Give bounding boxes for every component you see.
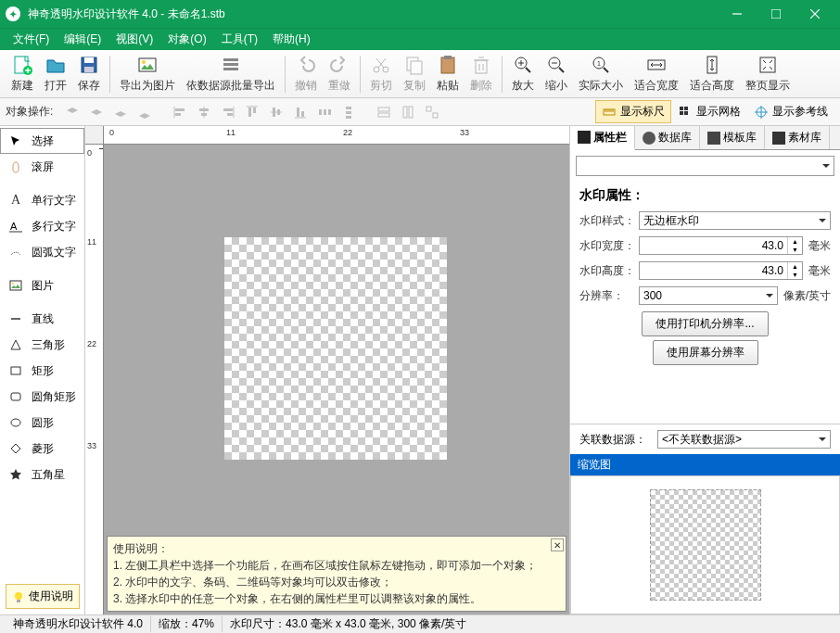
same-height-icon[interactable] — [397, 101, 419, 123]
artboard[interactable] — [224, 237, 447, 460]
svg-rect-13 — [223, 68, 238, 70]
tool-roundrect[interactable]: 圆角矩形 — [0, 384, 84, 410]
maximize-button[interactable] — [757, 0, 795, 28]
tool-rect[interactable]: 矩形 — [0, 358, 84, 384]
tool-image[interactable]: 图片 — [0, 272, 84, 298]
tool-text-single[interactable]: A单行文字 — [0, 187, 84, 213]
style-select[interactable]: 无边框水印 — [639, 211, 831, 230]
fit-page-button[interactable]: 整页显示 — [740, 52, 795, 96]
object-selector[interactable] — [576, 156, 834, 176]
export-batch-button[interactable]: 依数据源批量导出 — [181, 52, 281, 96]
align-right-icon[interactable] — [217, 101, 239, 123]
svg-rect-27 — [760, 57, 775, 72]
fit-height-button[interactable]: 适合高度 — [684, 52, 740, 96]
copy-button[interactable]: 复制 — [398, 52, 431, 96]
canvas[interactable]: ✕ 使用说明： 1. 左侧工具栏中选择一个功能后，在画布区域按住鼠标左键拖动，即… — [104, 145, 569, 614]
tab-assets[interactable]: 素材库 — [765, 126, 830, 149]
undo-button[interactable]: 撤销 — [289, 52, 323, 96]
zoom-in-button[interactable]: 放大 — [506, 52, 540, 96]
menu-object[interactable]: 对象(O) — [160, 29, 213, 50]
dpi-label: 分辨率： — [579, 288, 639, 304]
dpi-unit: 像素/英寸 — [783, 288, 831, 304]
width-input[interactable]: ▲▼ — [639, 236, 803, 255]
tool-text-multi[interactable]: A多行文字 — [0, 213, 84, 239]
svg-rect-54 — [403, 107, 407, 118]
svg-rect-35 — [223, 108, 233, 111]
tool-text-arc[interactable]: 圆弧文字 — [0, 239, 84, 265]
minimize-button[interactable] — [718, 0, 757, 28]
svg-rect-8 — [84, 67, 94, 72]
use-screen-dpi-button[interactable]: 使用屏幕分辨率 — [653, 340, 758, 365]
svg-rect-59 — [680, 107, 683, 110]
open-button[interactable]: 打开 — [39, 52, 72, 96]
svg-rect-38 — [248, 108, 251, 117]
align-middle-icon[interactable] — [265, 101, 287, 123]
close-button[interactable] — [795, 0, 834, 28]
same-size-icon[interactable] — [421, 101, 443, 123]
new-button[interactable]: 新建 — [6, 52, 39, 96]
delete-button[interactable]: 删除 — [465, 52, 498, 96]
actual-size-button[interactable]: 1实际大小 — [573, 52, 629, 96]
menu-help[interactable]: 帮助(H) — [265, 29, 318, 50]
tool-diamond[interactable]: 菱形 — [0, 436, 84, 462]
layer-up-icon[interactable] — [85, 101, 108, 123]
tool-star[interactable]: 五角星 — [0, 462, 84, 487]
svg-rect-46 — [319, 109, 322, 115]
align-center-h-icon[interactable] — [193, 101, 215, 123]
height-unit: 毫米 — [808, 263, 831, 279]
svg-rect-61 — [680, 111, 683, 115]
svg-rect-1 — [771, 9, 781, 19]
width-label: 水印宽度： — [579, 238, 639, 254]
tab-templates[interactable]: 模板库 — [700, 126, 765, 149]
tool-select[interactable]: 选择 — [0, 128, 84, 154]
svg-rect-11 — [223, 58, 238, 61]
layer-front-icon[interactable] — [61, 101, 83, 123]
app-icon: ✦ — [6, 6, 20, 21]
hint-button[interactable]: 使用说明 — [6, 584, 80, 609]
properties-section: 水印属性： 水印样式： 无边框水印 水印宽度： ▲▼ 毫米 水印高度： ▲▼ 毫… — [570, 182, 840, 374]
align-left-icon[interactable] — [169, 101, 191, 123]
assoc-select[interactable]: <不关联数据源> — [657, 430, 831, 449]
use-printer-dpi-button[interactable]: 使用打印机分辨率... — [642, 311, 768, 336]
align-bottom-icon[interactable] — [289, 101, 312, 123]
tool-triangle[interactable]: 三角形 — [0, 332, 84, 358]
layer-down-icon[interactable] — [109, 101, 132, 123]
dist-v-icon[interactable] — [337, 101, 360, 123]
menu-view[interactable]: 视图(V) — [108, 29, 160, 50]
svg-rect-55 — [409, 107, 413, 118]
toggle-guides[interactable]: 显示参考线 — [747, 100, 834, 123]
paste-button[interactable]: 粘贴 — [431, 52, 465, 96]
align-top-icon[interactable] — [241, 101, 263, 123]
tool-line[interactable]: 直线 — [0, 306, 84, 332]
same-width-icon[interactable] — [373, 101, 395, 123]
layer-back-icon[interactable] — [134, 101, 156, 123]
redo-button[interactable]: 重做 — [323, 52, 356, 96]
hint-close-icon[interactable]: ✕ — [551, 538, 564, 551]
tool-ellipse[interactable]: 圆形 — [0, 410, 84, 436]
fit-width-button[interactable]: 适合宽度 — [629, 52, 684, 96]
thumbnail-preview — [650, 489, 761, 601]
menu-file[interactable]: 文件(F) — [6, 29, 57, 50]
svg-rect-36 — [227, 113, 233, 116]
save-button[interactable]: 保存 — [72, 52, 106, 96]
tool-pan[interactable]: 滚屏 — [0, 154, 84, 180]
svg-rect-50 — [346, 111, 351, 114]
svg-rect-53 — [378, 113, 389, 117]
tab-properties[interactable]: 属性栏 — [570, 126, 635, 150]
right-panel: 属性栏 数据库 模板库 素材库 水印属性： 水印样式： 无边框水印 水印宽度： … — [569, 126, 840, 614]
svg-rect-48 — [328, 109, 331, 115]
tab-database[interactable]: 数据库 — [635, 126, 700, 149]
menu-edit[interactable]: 编辑(E) — [57, 29, 108, 50]
svg-rect-42 — [277, 109, 280, 115]
menu-tools[interactable]: 工具(T) — [214, 29, 265, 50]
toggle-grid[interactable]: 显示网格 — [671, 100, 747, 123]
dist-h-icon[interactable] — [313, 101, 336, 123]
svg-text:1: 1 — [597, 60, 601, 67]
height-input[interactable]: ▲▼ — [639, 261, 803, 280]
dpi-select[interactable]: 300 — [639, 286, 778, 305]
zoom-out-button[interactable]: 缩小 — [540, 52, 573, 96]
assoc-label: 关联数据源： — [579, 432, 657, 448]
cut-button[interactable]: 剪切 — [364, 52, 398, 96]
export-image-button[interactable]: 导出为图片 — [114, 52, 181, 96]
toggle-ruler[interactable]: 显示标尺 — [595, 100, 671, 123]
